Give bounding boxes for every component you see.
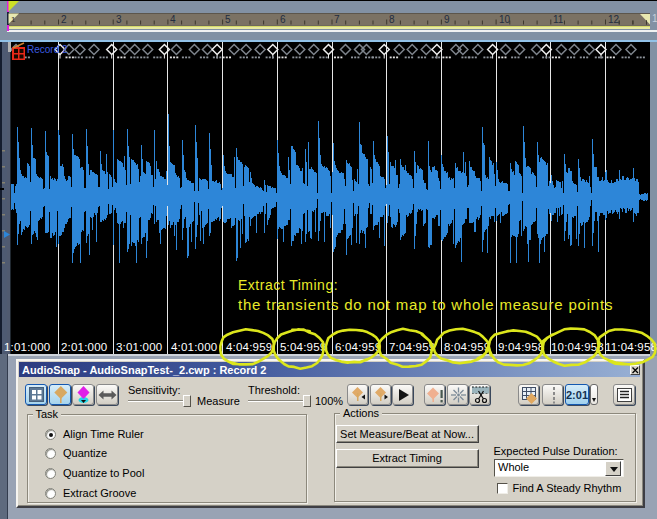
svg-text:1: 1 — [11, 15, 16, 24]
